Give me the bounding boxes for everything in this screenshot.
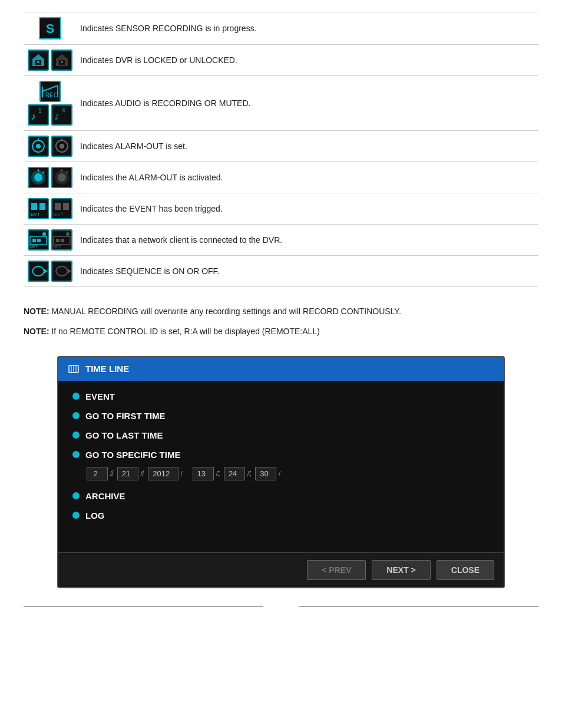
alarm-set-icon-wrapper	[27, 136, 73, 157]
note1: NOTE: MANUAL RECORDING will overwrite an…	[24, 305, 538, 318]
svg-point-35	[59, 144, 64, 149]
menu-item-go-specific[interactable]: GO TO SPECIFIC TIME	[72, 445, 490, 465]
table-row: Indicates DVR is LOCKED or UNLOCKED.	[24, 45, 538, 76]
time-field-hour[interactable]: 13	[193, 467, 214, 480]
svg-rect-56	[55, 203, 61, 210]
svg-text:1: 1	[38, 107, 42, 114]
bullet-go-first	[72, 412, 80, 419]
alarm-activated-icon1	[28, 167, 49, 188]
time-field-minute[interactable]: 24	[224, 467, 245, 480]
table-row: S Indicates SENSOR RECORDING is in progr…	[24, 12, 538, 45]
svg-text:EVT: EVT	[31, 212, 40, 217]
time-field-year[interactable]: 2012	[148, 467, 178, 480]
icon-cell-audio: REC ♪ 1 ♪	[24, 76, 77, 131]
time-field-day[interactable]: 21	[117, 467, 138, 480]
event-trigged-desc: Indicates the EVENT has been trigged.	[77, 193, 538, 225]
event-trigged-icon1: EVT	[28, 198, 49, 219]
note2-text: If no REMOTE CONTROL ID is set, R:A will…	[49, 327, 320, 336]
svg-text:EVT: EVT	[54, 212, 64, 217]
note2-bold: NOTE:	[24, 327, 49, 336]
icon-cell-event: EVT EVT	[24, 193, 77, 225]
audio-muted-icon1: ♪ 1	[28, 104, 49, 126]
svg-text:♪: ♪	[31, 110, 36, 122]
network-client-desc: Indicates that a network client is conne…	[77, 225, 538, 256]
dialog-title: TIME LINE	[85, 364, 129, 374]
bottom-rule-left	[24, 606, 263, 607]
sensor-recording-icon: S	[39, 17, 61, 39]
svg-rect-51	[31, 203, 37, 210]
time-fields-row: 2 / 21 / 2012 13 : 24 : 30	[87, 467, 490, 480]
bullet-go-specific	[72, 451, 80, 458]
menu-item-event[interactable]: EVENT	[72, 387, 490, 406]
sensor-icon-wrapper: S	[27, 17, 73, 39]
time-field-second[interactable]: 30	[255, 467, 276, 480]
audio-muted-icon2: ♪ 4	[51, 104, 72, 126]
audio-recording-desc: Indicates AUDIO is RECORDING OR MUTED.	[77, 76, 538, 131]
network-icon-wrapper: NET NET	[27, 229, 73, 251]
dvr-dialog-header: TIME LINE	[58, 357, 504, 381]
close-button[interactable]: CLOSE	[437, 560, 494, 580]
network-connected-icon1: NET	[28, 229, 49, 251]
table-row: EVT EVT Indicates the EVENT has been tri…	[24, 193, 538, 225]
menu-item-go-last[interactable]: GO TO LAST TIME	[72, 426, 490, 445]
menu-item-log-label: LOG	[85, 510, 105, 521]
dvr-dialog-footer: < PREV NEXT > CLOSE	[58, 552, 504, 587]
sensor-recording-desc: Indicates SENSOR RECORDING is in progres…	[77, 12, 538, 45]
dvr-dialog-body: EVENT GO TO FIRST TIME GO TO LAST TIME G…	[58, 381, 504, 543]
svg-rect-57	[63, 203, 69, 210]
svg-rect-62	[32, 239, 36, 242]
svg-text:S: S	[46, 21, 55, 36]
svg-text:REC: REC	[45, 92, 58, 98]
prev-button[interactable]: < PREV	[307, 560, 366, 580]
icon-table: S Indicates SENSOR RECORDING is in progr…	[24, 12, 538, 287]
notes-section: NOTE: MANUAL RECORDING will overwrite an…	[24, 305, 538, 338]
table-row: REC ♪ 1 ♪	[24, 76, 538, 131]
timeline-header-icon	[68, 363, 80, 375]
event-trigged-icon2: EVT	[51, 198, 72, 219]
audio-recording-icon: REC	[39, 81, 61, 102]
time-field-month[interactable]: 2	[87, 467, 108, 480]
bullet-log	[72, 512, 80, 519]
menu-item-go-first[interactable]: GO TO FIRST TIME	[72, 406, 490, 426]
menu-item-go-first-label: GO TO FIRST TIME	[85, 411, 166, 421]
sequence-on-icon	[28, 261, 49, 282]
svg-rect-63	[37, 239, 41, 242]
bottom-rule-right	[299, 606, 538, 607]
dvr-unlocked-icon	[51, 50, 72, 71]
next-button[interactable]: NEXT >	[372, 560, 430, 580]
menu-item-event-label: EVENT	[85, 391, 115, 401]
icon-cell-sequence	[24, 256, 77, 287]
dvr-locked-icon	[28, 50, 49, 71]
svg-point-40	[34, 173, 42, 182]
icon-cell-network: NET NET	[24, 225, 77, 256]
svg-rect-70	[56, 239, 59, 242]
bullet-go-last	[72, 431, 80, 439]
alarm-set-icon1	[28, 136, 49, 157]
sequence-icon-wrapper	[27, 261, 73, 282]
svg-point-7	[37, 61, 39, 63]
bullet-archive	[72, 492, 80, 499]
menu-item-archive-label: ARCHIVE	[85, 491, 125, 501]
svg-point-72	[66, 232, 70, 236]
audio-icons-bottom: ♪ 1 ♪ 4	[28, 104, 72, 126]
table-row: Indicates ALARM-OUT is set.	[24, 131, 538, 162]
bullet-event	[72, 393, 80, 400]
dvr-lock-icon-wrapper	[27, 50, 73, 71]
table-row: Indicates SEQUENCE is ON OR OFF.	[24, 256, 538, 287]
audio-icons-top: REC	[39, 81, 61, 102]
network-connected-icon2: NET	[51, 229, 72, 251]
svg-point-12	[61, 61, 63, 63]
table-row: NET NET Indicates that a network client …	[24, 225, 538, 256]
svg-rect-71	[61, 239, 64, 242]
menu-item-go-specific-label: GO TO SPECIFIC TIME	[85, 450, 180, 460]
sequence-desc: Indicates SEQUENCE is ON OR OFF.	[77, 256, 538, 287]
note1-text: MANUAL RECORDING will overwrite any reco…	[49, 307, 401, 316]
menu-item-log[interactable]: LOG	[72, 506, 490, 525]
note2: NOTE: If no REMOTE CONTROL ID is set, R:…	[24, 325, 538, 338]
svg-text:NET: NET	[53, 245, 62, 249]
svg-text:♪: ♪	[54, 110, 59, 122]
sequence-off-icon	[51, 261, 72, 282]
menu-item-archive[interactable]: ARCHIVE	[72, 486, 490, 506]
note1-bold: NOTE:	[24, 307, 49, 316]
alarm-activated-icon2	[51, 167, 72, 188]
